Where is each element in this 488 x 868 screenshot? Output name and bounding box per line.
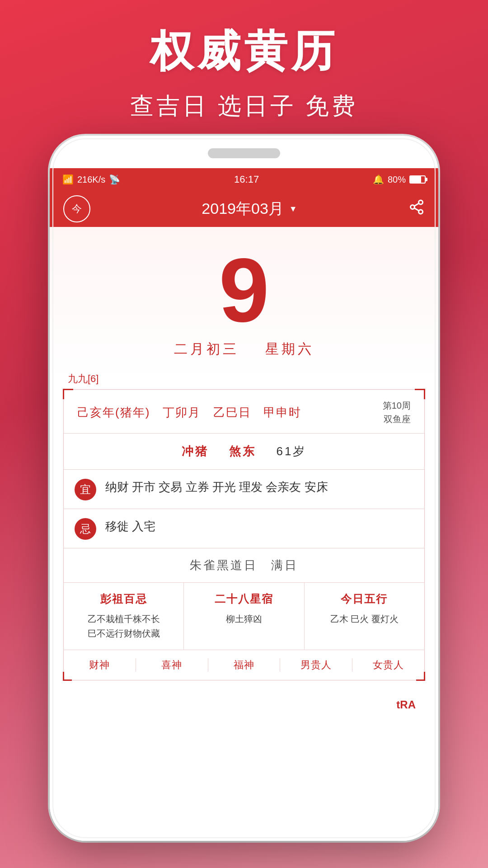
deity-title-0: 财神 [89, 658, 110, 672]
ganzhi-day: 乙巳日 [213, 406, 251, 419]
time-display: 16:17 [234, 174, 259, 185]
ganzhi-row: 己亥年(猪年) 丁卯月 乙巳日 甲申时 第10周 双鱼座 [64, 390, 424, 434]
pengzu-section: 彭祖百忌 乙不栽植千株不长 巳不远行财物伏藏 [64, 583, 183, 650]
deity-col-4: 女贵人 [352, 658, 424, 672]
wuxing-content: 乙木 巳火 覆灯火 [330, 612, 399, 626]
deity-col-1: 喜神 [136, 658, 208, 672]
phone-earpiece [208, 148, 280, 158]
yi-row: 宜 纳财 开市 交易 立券 开光 理发 会亲友 安床 [64, 470, 424, 509]
ganzhi-month: 丁卯月 [163, 406, 201, 419]
corner-br [416, 672, 425, 681]
battery-fill [410, 176, 421, 183]
lunar-label: 九九[6] [68, 372, 420, 386]
ganzhi-year: 己亥年(猪年) [77, 406, 150, 419]
pengzu-line2: 巳不远行财物伏藏 [88, 626, 160, 641]
xiu-title: 二十八星宿 [215, 592, 273, 606]
lunar-date: 二月初三 [174, 341, 239, 356]
content-area: 9 二月初三 星期六 九九[6] 己亥年(猪年) 丁卯月 乙巳日 [50, 227, 438, 841]
svg-line-4 [414, 203, 419, 206]
share-button[interactable] [408, 199, 425, 219]
promo-title: 权威黄历 [150, 23, 338, 81]
week-num: 第10周 [383, 399, 411, 412]
svg-line-3 [414, 208, 419, 211]
speed-indicator: 216K/s [77, 175, 105, 185]
ganzhi-right: 第10周 双鱼座 [383, 399, 411, 426]
ji-badge: 忌 [75, 518, 96, 540]
status-bar: 📶 216K/s 📡 16:17 🔔 80% [50, 168, 438, 191]
deity-col-2: 福神 [208, 658, 280, 672]
deity-title-3: 男贵人 [300, 658, 332, 672]
status-right: 🔔 80% [373, 174, 426, 185]
alarm-icon: 🔔 [373, 174, 384, 185]
pengzu-line1: 乙不栽植千株不长 [88, 612, 160, 626]
today-label: 今 [72, 202, 82, 216]
pengzu-content: 乙不栽植千株不长 巳不远行财物伏藏 [88, 612, 160, 641]
status-left: 📶 216K/s 📡 [62, 174, 120, 185]
dropdown-arrow-icon: ▼ [289, 204, 297, 214]
deity-title-2: 福神 [234, 658, 254, 672]
clash-age: 61岁 [276, 444, 306, 458]
wuxing-section: 今日五行 乙木 巳火 覆灯火 [304, 583, 424, 650]
ganzhi-time: 甲申时 [263, 406, 301, 419]
today-button[interactable]: 今 [63, 195, 90, 222]
xiu-section: 二十八星宿 柳土獐凶 [183, 583, 304, 650]
special-day-row: 朱雀黑道日 满日 [64, 548, 424, 583]
battery-percent: 80% [388, 175, 406, 185]
clash-row: 冲猪 煞东 61岁 [64, 434, 424, 470]
deity-col-3: 男贵人 [280, 658, 352, 672]
corner-bl [63, 672, 72, 681]
phone-frame: 📶 216K/s 📡 16:17 🔔 80% 今 2019年03月 ▼ [50, 136, 438, 841]
weekday: 星期六 [265, 341, 314, 356]
clash-direction: 煞东 [229, 444, 256, 458]
day-number: 9 [219, 245, 269, 335]
xiu-content: 柳土獐凶 [226, 612, 262, 626]
clash-label: 冲猪 [182, 444, 209, 458]
month-selector[interactable]: 2019年03月 ▼ [202, 198, 297, 219]
signal-icon: 📶 [62, 174, 74, 185]
battery-icon [409, 175, 426, 184]
day-info: 二月初三 星期六 [174, 340, 314, 359]
month-display: 2019年03月 [202, 198, 283, 219]
deity-title-1: 喜神 [161, 658, 182, 672]
promo-subtitle: 查吉日 选日子 免费 [130, 90, 358, 122]
ji-row: 忌 移徙 入宅 [64, 509, 424, 548]
watermark: tRA [50, 694, 438, 720]
wifi-icon: 📡 [109, 174, 120, 185]
pengzu-title: 彭祖百忌 [100, 592, 147, 606]
five-deities-row: 财神喜神福神男贵人女贵人 [64, 650, 424, 680]
wuxing-title: 今日五行 [341, 592, 388, 606]
three-sections: 彭祖百忌 乙不栽植千株不长 巳不远行财物伏藏 二十八星宿 柳土獐凶 今日五行 乙… [64, 583, 424, 650]
promo-area: 权威黄历 查吉日 选日子 免费 [0, 0, 488, 145]
deity-col-0: 财神 [64, 658, 136, 672]
app-header: 今 2019年03月 ▼ [50, 191, 438, 227]
zodiac: 双鱼座 [383, 412, 411, 426]
ji-text: 移徙 入宅 [105, 517, 413, 536]
date-display: 9 二月初三 星期六 [50, 227, 438, 372]
deity-title-4: 女贵人 [373, 658, 404, 672]
detail-card: 己亥年(猪年) 丁卯月 乙巳日 甲申时 第10周 双鱼座 冲猪 煞东 [63, 389, 425, 680]
yi-text: 纳财 开市 交易 立券 开光 理发 会亲友 安床 [105, 478, 413, 497]
ganzhi-main: 己亥年(猪年) 丁卯月 乙巳日 甲申时 [77, 405, 301, 420]
yi-badge: 宜 [75, 479, 96, 500]
